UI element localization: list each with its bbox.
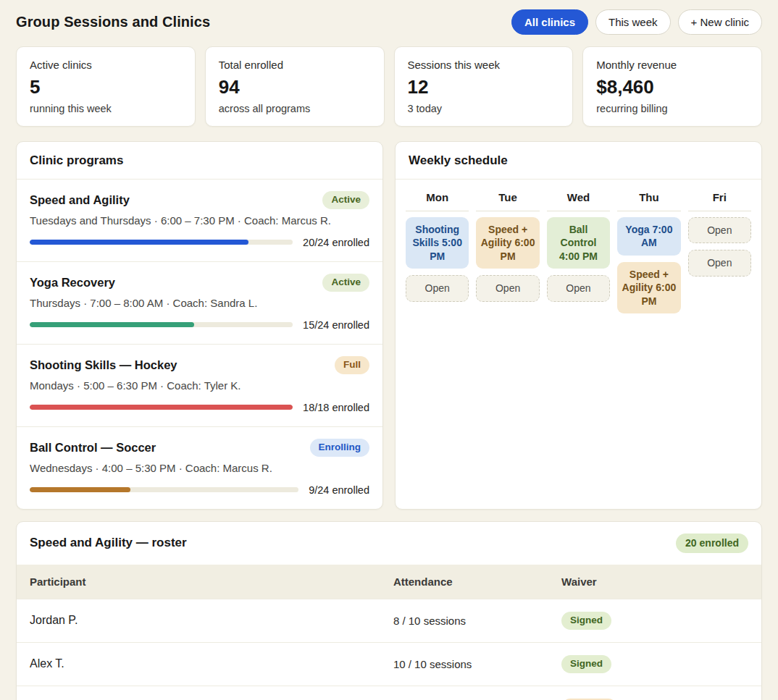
- enrollment-progress-track: [30, 240, 293, 245]
- all-clinics-button[interactable]: All clinics: [511, 9, 588, 35]
- schedule-cell[interactable]: Open: [688, 250, 751, 276]
- clinic-programs-title: Clinic programs: [17, 142, 382, 180]
- participant-name: Alex T.: [30, 657, 393, 670]
- waiver-cell: Signed: [561, 612, 748, 630]
- program-row[interactable]: Speed and Agility Active Tuesdays and Th…: [17, 180, 382, 262]
- schedule-day-column: Thu Yoga 7:00 AM Speed + Agility 6:00 PM: [617, 191, 680, 313]
- stat-subtext: running this week: [30, 103, 182, 114]
- program-name: Yoga Recovery: [30, 276, 115, 290]
- enrollment-progress-track: [30, 322, 293, 327]
- stat-card: Monthly revenue $8,460 recurring billing: [582, 46, 762, 127]
- toolbar: All clinics This week + New clinic: [511, 9, 762, 35]
- schedule-cell[interactable]: Open: [547, 275, 610, 301]
- schedule-cell[interactable]: Shooting Skills 5:00 PM: [406, 217, 469, 269]
- program-status-badge: Full: [335, 356, 369, 374]
- this-week-button[interactable]: This week: [595, 9, 671, 35]
- page-title: Group Sessions and Clinics: [16, 14, 210, 30]
- program-row[interactable]: Shooting Skills — Hockey Full Mondays · …: [17, 345, 382, 427]
- stat-value: 94: [219, 76, 371, 98]
- stat-value: $8,460: [596, 76, 748, 98]
- stat-subtext: 3 today: [408, 103, 560, 114]
- enrolled-count: 15/24 enrolled: [303, 319, 369, 331]
- day-label: Thu: [617, 191, 680, 211]
- schedule-cell[interactable]: Open: [688, 217, 751, 243]
- roster-table-header: Participant Attendance Waiver: [17, 565, 761, 599]
- weekly-schedule-panel: Weekly schedule Mon Shooting Skills 5:00…: [395, 141, 762, 510]
- stat-value: 12: [408, 76, 560, 98]
- schedule-day-column: Tue Speed + Agility 6:00 PM Open: [476, 191, 539, 302]
- table-row[interactable]: Jordan P. 8 / 10 sessions Signed: [17, 599, 761, 642]
- stat-label: Active clinics: [30, 59, 182, 71]
- program-row[interactable]: Ball Control — Soccer Enrolling Wednesda…: [17, 427, 382, 509]
- program-name: Ball Control — Soccer: [30, 441, 156, 455]
- program-meta: Mondays · 5:00 – 6:30 PM · Coach: Tyler …: [30, 379, 369, 392]
- attendance-value: 10 / 10 sessions: [393, 658, 561, 670]
- schedule-cell[interactable]: Speed + Agility 6:00 PM: [476, 217, 539, 269]
- program-name: Speed and Agility: [30, 193, 130, 207]
- enrollment-progress-track: [30, 405, 293, 410]
- column-header-attendance: Attendance: [393, 575, 561, 588]
- table-row[interactable]: Alex T. 10 / 10 sessions Signed: [17, 642, 761, 686]
- program-status-badge: Enrolling: [310, 439, 370, 457]
- clinic-programs-panel: Clinic programs Speed and Agility Active…: [16, 141, 383, 510]
- program-status-badge: Active: [322, 274, 369, 292]
- stat-label: Sessions this week: [408, 59, 560, 71]
- enrolled-count: 9/24 enrolled: [309, 484, 369, 496]
- day-label: Fri: [688, 191, 751, 211]
- new-clinic-button[interactable]: + New clinic: [678, 9, 762, 35]
- stat-subtext: recurring billing: [596, 103, 748, 114]
- enrollment-progress-track: [30, 487, 298, 492]
- day-label: Wed: [547, 191, 610, 211]
- schedule-cell[interactable]: Open: [476, 275, 539, 301]
- program-meta: Thursdays · 7:00 – 8:00 AM · Coach: Sand…: [30, 297, 369, 309]
- page: Group Sessions and Clinics All clinics T…: [0, 0, 778, 700]
- waiver-cell: Signed: [561, 655, 748, 673]
- schedule-day-column: Mon Shooting Skills 5:00 PM Open: [406, 191, 469, 302]
- stat-card: Active clinics 5 running this week: [16, 46, 196, 127]
- day-cells: Speed + Agility 6:00 PM Open: [476, 217, 539, 302]
- day-cells: Open Open: [688, 217, 751, 277]
- roster-enrolled-badge: 20 enrolled: [676, 534, 748, 554]
- waiver-status-badge: Signed: [561, 612, 611, 630]
- day-label: Tue: [476, 191, 539, 211]
- program-status-badge: Active: [322, 191, 369, 209]
- program-row[interactable]: Yoga Recovery Active Thursdays · 7:00 – …: [17, 262, 382, 345]
- enrollment-progress-fill: [30, 322, 194, 327]
- enrollment-progress-fill: [30, 405, 293, 410]
- program-name: Shooting Skills — Hockey: [30, 358, 177, 372]
- stats-row: Active clinics 5 running this week Total…: [16, 46, 762, 127]
- roster-header: Speed and Agility — roster 20 enrolled: [17, 522, 761, 565]
- program-meta: Tuesdays and Thursdays · 6:00 – 7:30 PM …: [30, 214, 369, 227]
- waiver-status-badge: Signed: [561, 655, 611, 673]
- schedule-cell[interactable]: Open: [406, 275, 469, 301]
- attendance-value: 8 / 10 sessions: [393, 615, 561, 627]
- stat-label: Total enrolled: [219, 59, 371, 71]
- stat-label: Monthly revenue: [596, 59, 748, 71]
- enrollment-progress-fill: [30, 487, 130, 492]
- stat-subtext: across all programs: [219, 103, 371, 114]
- roster-panel: Speed and Agility — roster 20 enrolled P…: [16, 521, 762, 700]
- day-cells: Shooting Skills 5:00 PM Open: [406, 217, 469, 302]
- stat-value: 5: [30, 76, 182, 98]
- main-grid: Clinic programs Speed and Agility Active…: [16, 141, 762, 510]
- program-meta: Wednesdays · 4:00 – 5:30 PM · Coach: Mar…: [30, 462, 369, 474]
- enrollment-progress-fill: [30, 240, 248, 245]
- schedule-grid: Mon Shooting Skills 5:00 PM Open Tue: [396, 180, 761, 325]
- table-row[interactable]: Casey B. 6 / 10 sessions Pending: [17, 686, 761, 700]
- topbar: Group Sessions and Clinics All clinics T…: [16, 9, 762, 35]
- stat-card: Sessions this week 12 3 today: [394, 46, 574, 127]
- schedule-cell[interactable]: Ball Control 4:00 PM: [547, 217, 610, 269]
- day-cells: Ball Control 4:00 PM Open: [547, 217, 610, 302]
- program-list: Speed and Agility Active Tuesdays and Th…: [17, 180, 382, 509]
- schedule-cell[interactable]: Speed + Agility 6:00 PM: [617, 262, 680, 313]
- roster-title: Speed and Agility — roster: [30, 536, 187, 550]
- column-header-participant: Participant: [30, 575, 393, 588]
- schedule-day-column: Fri Open Open: [688, 191, 751, 277]
- stat-card: Total enrolled 94 across all programs: [205, 46, 385, 127]
- weekly-schedule-title: Weekly schedule: [396, 142, 761, 180]
- column-header-waiver: Waiver: [561, 575, 748, 588]
- schedule-cell[interactable]: Yoga 7:00 AM: [617, 217, 680, 256]
- enrolled-count: 18/18 enrolled: [303, 402, 369, 413]
- roster-table-body: Jordan P. 8 / 10 sessions Signed Alex T.…: [17, 599, 761, 700]
- enrolled-count: 20/24 enrolled: [303, 237, 369, 248]
